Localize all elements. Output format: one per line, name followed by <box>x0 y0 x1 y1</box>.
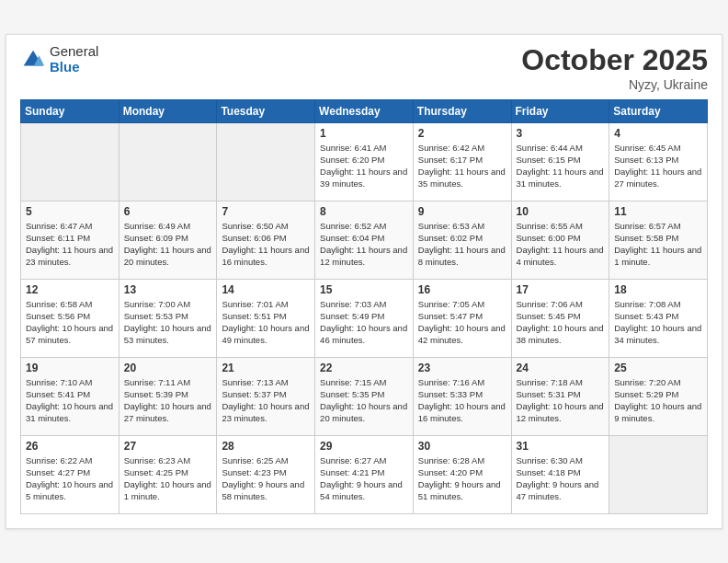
calendar-cell <box>119 122 217 201</box>
day-number: 17 <box>517 283 605 296</box>
day-info: Sunrise: 6:27 AM Sunset: 4:21 PM Dayligh… <box>320 454 408 503</box>
day-number: 11 <box>614 205 702 218</box>
calendar-cell: 17Sunrise: 7:06 AM Sunset: 5:45 PM Dayli… <box>511 279 609 357</box>
day-number: 3 <box>517 127 605 140</box>
title-block: October 2025 Nyzy, Ukraine <box>521 44 708 91</box>
header-monday: Monday <box>119 99 217 122</box>
weekday-header-row: Sunday Monday Tuesday Wednesday Thursday… <box>21 99 708 122</box>
calendar-cell: 31Sunrise: 6:30 AM Sunset: 4:18 PM Dayli… <box>511 435 609 513</box>
day-number: 9 <box>418 205 506 218</box>
day-info: Sunrise: 7:11 AM Sunset: 5:39 PM Dayligh… <box>124 376 212 425</box>
week-row-2: 5Sunrise: 6:47 AM Sunset: 6:11 PM Daylig… <box>21 201 708 279</box>
week-row-1: 1Sunrise: 6:41 AM Sunset: 6:20 PM Daylig… <box>21 122 708 201</box>
day-number: 6 <box>124 205 212 218</box>
day-info: Sunrise: 7:16 AM Sunset: 5:33 PM Dayligh… <box>418 376 506 425</box>
day-info: Sunrise: 6:28 AM Sunset: 4:20 PM Dayligh… <box>418 454 506 503</box>
calendar-container: General Blue October 2025 Nyzy, Ukraine … <box>6 34 722 528</box>
day-number: 4 <box>614 127 702 140</box>
day-info: Sunrise: 7:10 AM Sunset: 5:41 PM Dayligh… <box>26 376 114 425</box>
header-saturday: Saturday <box>609 99 708 122</box>
day-number: 18 <box>614 283 702 296</box>
month-title: October 2025 <box>521 44 708 76</box>
calendar-cell: 16Sunrise: 7:05 AM Sunset: 5:47 PM Dayli… <box>413 279 511 357</box>
day-info: Sunrise: 6:44 AM Sunset: 6:15 PM Dayligh… <box>517 142 605 190</box>
location: Nyzy, Ukraine <box>521 77 708 92</box>
calendar-cell: 1Sunrise: 6:41 AM Sunset: 6:20 PM Daylig… <box>315 122 414 201</box>
calendar-cell: 9Sunrise: 6:53 AM Sunset: 6:02 PM Daylig… <box>413 201 511 279</box>
week-row-5: 26Sunrise: 6:22 AM Sunset: 4:27 PM Dayli… <box>21 435 708 513</box>
day-info: Sunrise: 6:49 AM Sunset: 6:09 PM Dayligh… <box>124 220 212 269</box>
day-number: 10 <box>517 205 605 218</box>
calendar-cell: 14Sunrise: 7:01 AM Sunset: 5:51 PM Dayli… <box>217 279 315 357</box>
day-number: 15 <box>320 283 408 296</box>
calendar-cell: 4Sunrise: 6:45 AM Sunset: 6:13 PM Daylig… <box>609 122 708 201</box>
day-info: Sunrise: 6:23 AM Sunset: 4:25 PM Dayligh… <box>124 454 212 503</box>
logo-blue-text: Blue <box>50 60 98 75</box>
day-info: Sunrise: 7:03 AM Sunset: 5:49 PM Dayligh… <box>320 298 408 347</box>
day-number: 7 <box>222 205 310 218</box>
day-number: 27 <box>124 440 212 453</box>
day-info: Sunrise: 6:57 AM Sunset: 5:58 PM Dayligh… <box>614 220 702 269</box>
calendar-cell: 18Sunrise: 7:08 AM Sunset: 5:43 PM Dayli… <box>609 279 708 357</box>
day-info: Sunrise: 6:50 AM Sunset: 6:06 PM Dayligh… <box>222 220 310 269</box>
header-thursday: Thursday <box>413 99 511 122</box>
day-info: Sunrise: 7:18 AM Sunset: 5:31 PM Dayligh… <box>517 376 605 425</box>
day-info: Sunrise: 6:41 AM Sunset: 6:20 PM Dayligh… <box>320 142 408 190</box>
day-info: Sunrise: 7:20 AM Sunset: 5:29 PM Dayligh… <box>614 376 702 425</box>
calendar-cell <box>21 122 119 201</box>
calendar-cell <box>217 122 315 201</box>
calendar-cell <box>609 435 708 513</box>
day-number: 30 <box>418 440 506 453</box>
day-number: 12 <box>26 283 114 296</box>
calendar-cell: 25Sunrise: 7:20 AM Sunset: 5:29 PM Dayli… <box>609 357 708 435</box>
day-info: Sunrise: 6:47 AM Sunset: 6:11 PM Dayligh… <box>26 220 114 269</box>
calendar-cell: 27Sunrise: 6:23 AM Sunset: 4:25 PM Dayli… <box>119 435 217 513</box>
day-number: 31 <box>517 440 605 453</box>
day-info: Sunrise: 6:52 AM Sunset: 6:04 PM Dayligh… <box>320 220 408 269</box>
day-info: Sunrise: 6:55 AM Sunset: 6:00 PM Dayligh… <box>517 220 605 269</box>
calendar-cell: 29Sunrise: 6:27 AM Sunset: 4:21 PM Dayli… <box>315 435 414 513</box>
day-number: 20 <box>124 362 212 374</box>
day-info: Sunrise: 7:15 AM Sunset: 5:35 PM Dayligh… <box>320 376 408 425</box>
calendar-cell: 15Sunrise: 7:03 AM Sunset: 5:49 PM Dayli… <box>315 279 414 357</box>
day-number: 22 <box>320 362 408 374</box>
day-info: Sunrise: 7:08 AM Sunset: 5:43 PM Dayligh… <box>614 298 702 347</box>
day-info: Sunrise: 7:06 AM Sunset: 5:45 PM Dayligh… <box>517 298 605 347</box>
day-info: Sunrise: 6:25 AM Sunset: 4:23 PM Dayligh… <box>222 454 310 503</box>
logo-general-text: General <box>50 44 98 60</box>
calendar-cell: 13Sunrise: 7:00 AM Sunset: 5:53 PM Dayli… <box>119 279 217 357</box>
header-friday: Friday <box>511 99 609 122</box>
calendar-cell: 3Sunrise: 6:44 AM Sunset: 6:15 PM Daylig… <box>511 122 609 201</box>
calendar-grid: Sunday Monday Tuesday Wednesday Thursday… <box>20 99 708 514</box>
week-row-4: 19Sunrise: 7:10 AM Sunset: 5:41 PM Dayli… <box>21 357 708 435</box>
day-info: Sunrise: 7:13 AM Sunset: 5:37 PM Dayligh… <box>222 376 310 425</box>
day-info: Sunrise: 7:05 AM Sunset: 5:47 PM Dayligh… <box>418 298 506 347</box>
week-row-3: 12Sunrise: 6:58 AM Sunset: 5:56 PM Dayli… <box>21 279 708 357</box>
calendar-cell: 24Sunrise: 7:18 AM Sunset: 5:31 PM Dayli… <box>511 357 609 435</box>
calendar-cell: 2Sunrise: 6:42 AM Sunset: 6:17 PM Daylig… <box>413 122 511 201</box>
day-number: 26 <box>26 440 114 453</box>
logo-text: General Blue <box>50 44 98 75</box>
logo-icon <box>20 47 46 73</box>
calendar-cell: 10Sunrise: 6:55 AM Sunset: 6:00 PM Dayli… <box>511 201 609 279</box>
header-tuesday: Tuesday <box>217 99 315 122</box>
day-number: 2 <box>418 127 506 140</box>
day-info: Sunrise: 6:42 AM Sunset: 6:17 PM Dayligh… <box>418 142 506 190</box>
calendar-cell: 20Sunrise: 7:11 AM Sunset: 5:39 PM Dayli… <box>119 357 217 435</box>
calendar-cell: 19Sunrise: 7:10 AM Sunset: 5:41 PM Dayli… <box>21 357 119 435</box>
logo: General Blue <box>20 44 98 75</box>
calendar-cell: 6Sunrise: 6:49 AM Sunset: 6:09 PM Daylig… <box>119 201 217 279</box>
calendar-cell: 30Sunrise: 6:28 AM Sunset: 4:20 PM Dayli… <box>413 435 511 513</box>
day-number: 1 <box>320 127 408 140</box>
day-number: 16 <box>418 283 506 296</box>
calendar-cell: 5Sunrise: 6:47 AM Sunset: 6:11 PM Daylig… <box>21 201 119 279</box>
day-number: 19 <box>26 362 114 374</box>
day-number: 14 <box>222 283 310 296</box>
calendar-cell: 28Sunrise: 6:25 AM Sunset: 4:23 PM Dayli… <box>217 435 315 513</box>
calendar-cell: 7Sunrise: 6:50 AM Sunset: 6:06 PM Daylig… <box>217 201 315 279</box>
day-number: 29 <box>320 440 408 453</box>
day-info: Sunrise: 7:01 AM Sunset: 5:51 PM Dayligh… <box>222 298 310 347</box>
header-sunday: Sunday <box>21 99 119 122</box>
calendar-cell: 22Sunrise: 7:15 AM Sunset: 5:35 PM Dayli… <box>315 357 414 435</box>
calendar-cell: 26Sunrise: 6:22 AM Sunset: 4:27 PM Dayli… <box>21 435 119 513</box>
